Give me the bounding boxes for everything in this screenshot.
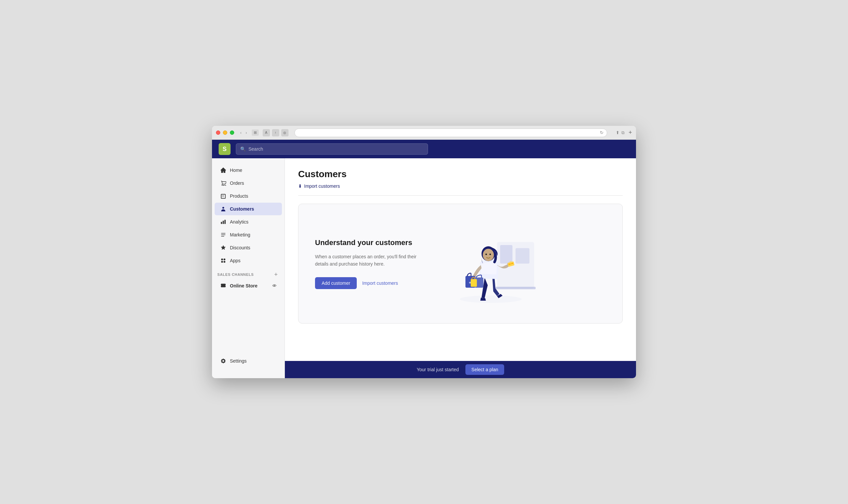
sidebar-nav: Home Orders Products [212, 164, 285, 354]
sidebar-label-analytics: Analytics [230, 219, 248, 224]
import-customers-button[interactable]: Import customers [362, 281, 398, 286]
browser-nav-buttons: ‹ › [239, 129, 248, 136]
sidebar-item-orders[interactable]: Orders [215, 177, 282, 190]
sidebar-bottom: Settings [212, 354, 285, 373]
page-content: Customers ⬇ Import customers Understand … [285, 158, 636, 378]
page-actions: ⬇ Import customers [298, 183, 623, 196]
online-store-settings-icon[interactable]: 👁 [272, 284, 277, 288]
sidebar-item-marketing[interactable]: Marketing [215, 229, 282, 241]
empty-state-buttons: Add customer Import customers [315, 277, 428, 289]
home-icon [220, 167, 227, 174]
add-sales-channel-button[interactable]: + [272, 271, 279, 278]
browser-toolbar: ↻ [295, 128, 607, 137]
orders-icon [220, 180, 227, 186]
sidebar-label-settings: Settings [230, 358, 247, 364]
address-bar[interactable]: ↻ [295, 128, 607, 137]
marketing-icon [220, 232, 227, 238]
sidebar-label-orders: Orders [230, 180, 244, 186]
sidebar-item-analytics[interactable]: Analytics [215, 216, 282, 228]
browser-ext-3[interactable]: ◎ [281, 129, 288, 137]
customers-icon [220, 205, 227, 212]
sidebar-item-products[interactable]: Products [215, 190, 282, 202]
sidebar-label-marketing: Marketing [230, 232, 250, 237]
discounts-icon [220, 245, 227, 251]
empty-state-title: Understand your customers [315, 238, 428, 248]
search-icon: 🔍 [240, 146, 246, 152]
sidebar-item-settings[interactable]: Settings [215, 355, 282, 367]
svg-rect-12 [471, 279, 477, 287]
svg-rect-2 [515, 248, 529, 264]
svg-point-16 [489, 254, 491, 255]
empty-state-card: Understand your customers When a custome… [298, 204, 623, 324]
browser-right-buttons: ⬆ ⧉ [616, 130, 624, 136]
sidebar-item-home[interactable]: Home [215, 164, 282, 177]
add-customer-button[interactable]: Add customer [315, 277, 357, 289]
svg-rect-3 [496, 287, 536, 289]
browser-tab-toggle[interactable]: ⊞ [252, 129, 259, 136]
sidebar-label-home: Home [230, 167, 242, 173]
sales-channels-label: Sales Channels [217, 272, 254, 276]
trial-text: Your trial just started [417, 367, 459, 372]
sidebar-label-discounts: Discounts [230, 245, 250, 250]
browser-maximize-dot[interactable] [230, 130, 234, 135]
empty-state-description: When a customer places an order, you'll … [315, 253, 428, 268]
app-container: S 🔍 Search Home [212, 140, 636, 378]
import-link-text: Import customers [304, 183, 340, 189]
browser-back-button[interactable]: ‹ [239, 129, 243, 136]
browser-minimize-dot[interactable] [223, 130, 227, 135]
main-layout: Home Orders Products [212, 158, 636, 378]
shopping-illustration: ★ [447, 217, 540, 310]
add-tab-button[interactable]: + [629, 129, 632, 136]
share-button[interactable]: ⬆ [616, 130, 619, 136]
online-store-icon [220, 283, 227, 289]
sidebar-item-apps[interactable]: Apps [215, 254, 282, 267]
page-title: Customers [298, 169, 623, 179]
browser-ext-1[interactable]: A [263, 129, 270, 137]
svg-point-15 [485, 254, 487, 255]
apps-icon [220, 257, 227, 264]
search-bar[interactable]: 🔍 Search [236, 143, 428, 155]
browser-extensions: A ↑ ◎ [263, 129, 288, 137]
browser-ext-2[interactable]: ↑ [272, 129, 279, 137]
sales-channels-section: Sales Channels + [212, 267, 285, 279]
products-icon [220, 193, 227, 199]
page-main: Customers ⬇ Import customers Understand … [285, 158, 636, 361]
window-button[interactable]: ⧉ [621, 130, 624, 136]
shopify-logo: S [219, 143, 231, 155]
sidebar-item-customers[interactable]: Customers [215, 203, 282, 215]
sidebar-item-online-store[interactable]: Online Store 👁 [215, 280, 282, 292]
sidebar-item-discounts[interactable]: Discounts [215, 241, 282, 254]
import-customers-link[interactable]: ⬇ Import customers [298, 183, 340, 189]
sidebar: Home Orders Products [212, 158, 285, 378]
sidebar-label-apps: Apps [230, 258, 241, 263]
analytics-icon [220, 219, 227, 225]
browser-window: ‹ › ⊞ A ↑ ◎ ↻ ⬆ ⧉ + S 🔍 Search [212, 126, 636, 378]
svg-point-14 [483, 249, 494, 261]
sidebar-label-online-store: Online Store [230, 283, 258, 288]
reload-icon[interactable]: ↻ [600, 130, 603, 135]
search-placeholder-text: Search [248, 146, 263, 152]
browser-close-dot[interactable] [216, 130, 220, 135]
empty-state-content: Understand your customers When a custome… [315, 238, 428, 289]
trial-bar: Your trial just started Select a plan [285, 361, 636, 378]
sidebar-label-products: Products [230, 193, 248, 199]
svg-point-4 [460, 295, 522, 303]
browser-forward-button[interactable]: › [244, 129, 248, 136]
sidebar-label-customers: Customers [230, 206, 254, 212]
illustration-svg: ★ [447, 217, 540, 310]
browser-titlebar: ‹ › ⊞ A ↑ ◎ ↻ ⬆ ⧉ + [212, 126, 636, 140]
import-icon: ⬇ [298, 183, 302, 189]
settings-icon [220, 358, 227, 364]
select-plan-button[interactable]: Select a plan [465, 364, 504, 375]
top-nav: S 🔍 Search [212, 140, 636, 158]
svg-rect-1 [500, 245, 512, 264]
